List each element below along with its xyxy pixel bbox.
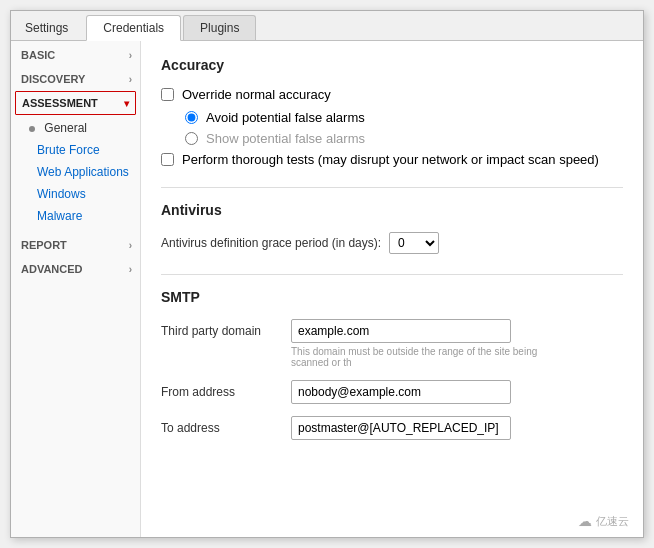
watermark-text: 亿速云 (596, 514, 629, 529)
sidebar-section-basic[interactable]: BASIC › (11, 41, 140, 65)
chevron-down-icon: ▾ (124, 98, 129, 109)
from-address-input[interactable] (291, 380, 511, 404)
sidebar-item-malware[interactable]: Malware (11, 205, 140, 227)
thorough-tests-row: Perform thorough tests (may disrupt your… (161, 152, 623, 167)
third-party-label: Third party domain (161, 319, 291, 338)
chevron-icon: › (129, 50, 132, 61)
avoid-false-alarms-radio[interactable] (185, 111, 198, 124)
sidebar-section-advanced[interactable]: ADVANCED › (11, 255, 140, 279)
show-false-alarms-row: Show potential false alarms (161, 131, 623, 146)
divider-2 (161, 274, 623, 275)
to-address-field-col (291, 416, 623, 440)
accuracy-section: Accuracy Override normal accuracy Avoid … (161, 57, 623, 167)
avoid-false-alarms-label: Avoid potential false alarms (206, 110, 365, 125)
show-false-alarms-radio[interactable] (185, 132, 198, 145)
smtp-section: SMTP Third party domain This domain must… (161, 289, 623, 440)
override-accuracy-checkbox[interactable] (161, 88, 174, 101)
thorough-tests-label: Perform thorough tests (may disrupt your… (182, 152, 599, 167)
avoid-false-alarms-row: Avoid potential false alarms (161, 110, 623, 125)
grace-period-row: Antivirus definition grace period (in da… (161, 232, 623, 254)
antivirus-section: Antivirus Antivirus definition grace per… (161, 202, 623, 254)
third-party-field-col: This domain must be outside the range of… (291, 319, 623, 368)
sidebar-section-report[interactable]: REPORT › (11, 231, 140, 255)
grace-period-select[interactable]: 0 1 2 3 5 7 (389, 232, 439, 254)
tab-bar: Settings Credentials Plugins (11, 11, 643, 41)
dot-icon (29, 126, 35, 132)
to-address-input[interactable] (291, 416, 511, 440)
watermark: ☁ 亿速云 (578, 513, 629, 529)
cloud-icon: ☁ (578, 513, 592, 529)
sidebar-section-discovery[interactable]: DISCOVERY › (11, 65, 140, 89)
override-accuracy-label: Override normal accuracy (182, 87, 331, 102)
third-party-row: Third party domain This domain must be o… (161, 319, 623, 368)
sidebar-item-general[interactable]: General (11, 117, 140, 139)
sidebar-section-assessment[interactable]: ASSESSMENT ▾ (15, 91, 136, 115)
chevron-icon: › (129, 74, 132, 85)
from-address-row: From address (161, 380, 623, 404)
sidebar-item-webapplications[interactable]: Web Applications (11, 161, 140, 183)
sidebar-item-windows[interactable]: Windows (11, 183, 140, 205)
from-address-field-col (291, 380, 623, 404)
third-party-input[interactable] (291, 319, 511, 343)
thorough-tests-checkbox[interactable] (161, 153, 174, 166)
show-false-alarms-label: Show potential false alarms (206, 131, 365, 146)
divider-1 (161, 187, 623, 188)
chevron-icon: › (129, 264, 132, 275)
chevron-icon: › (129, 240, 132, 251)
accuracy-title: Accuracy (161, 57, 623, 77)
smtp-title: SMTP (161, 289, 623, 309)
tab-plugins[interactable]: Plugins (183, 15, 256, 40)
to-address-label: To address (161, 416, 291, 435)
from-address-label: From address (161, 380, 291, 399)
main-layout: BASIC › DISCOVERY › ASSESSMENT ▾ General… (11, 41, 643, 537)
antivirus-title: Antivirus (161, 202, 623, 222)
tab-credentials[interactable]: Credentials (86, 15, 181, 41)
override-accuracy-row: Override normal accuracy (161, 87, 623, 102)
to-address-row: To address (161, 416, 623, 440)
sidebar: BASIC › DISCOVERY › ASSESSMENT ▾ General… (11, 41, 141, 537)
content-area: Accuracy Override normal accuracy Avoid … (141, 41, 643, 537)
sidebar-item-bruteforce[interactable]: Brute Force (11, 139, 140, 161)
settings-label: Settings (11, 16, 82, 40)
third-party-hint: This domain must be outside the range of… (291, 346, 571, 368)
grace-period-label: Antivirus definition grace period (in da… (161, 236, 381, 250)
